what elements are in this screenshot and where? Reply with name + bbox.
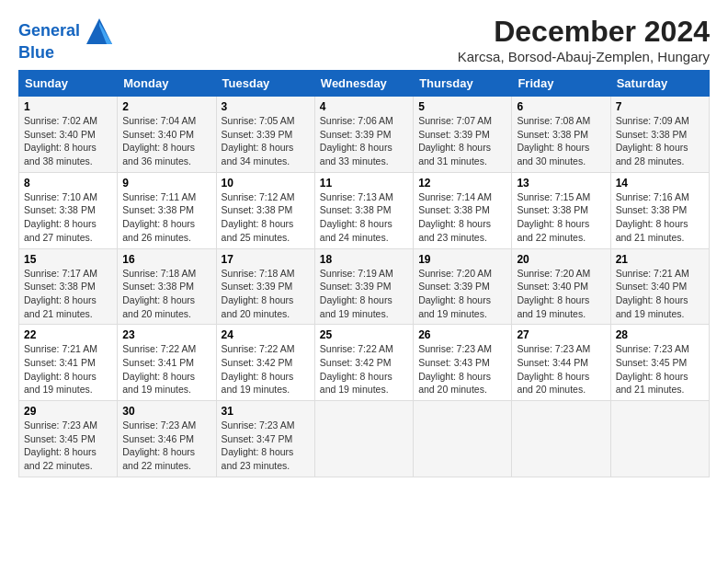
day-cell: 4Sunrise: 7:06 AMSunset: 3:39 PMDaylight… [314,97,413,173]
day-number: 10 [222,177,310,190]
day-info: Sunrise: 7:09 AMSunset: 3:38 PMDaylight:… [616,115,689,167]
col-thursday: Thursday [414,71,512,97]
day-number: 13 [517,177,605,190]
day-cell [414,401,512,477]
week-row-1: 1Sunrise: 7:02 AMSunset: 3:40 PMDaylight… [19,97,710,173]
day-info: Sunrise: 7:21 AMSunset: 3:41 PMDaylight:… [24,343,97,395]
day-number: 14 [616,177,704,190]
day-cell: 31Sunrise: 7:23 AMSunset: 3:47 PMDayligh… [216,401,314,477]
day-cell: 20Sunrise: 7:20 AMSunset: 3:40 PMDayligh… [512,248,610,325]
day-cell [512,401,610,477]
day-cell: 30Sunrise: 7:23 AMSunset: 3:46 PMDayligh… [118,401,216,477]
day-info: Sunrise: 7:10 AMSunset: 3:38 PMDaylight:… [24,191,97,243]
day-info: Sunrise: 7:12 AMSunset: 3:38 PMDaylight:… [222,191,295,243]
day-info: Sunrise: 7:22 AMSunset: 3:42 PMDaylight:… [222,343,295,395]
day-number: 17 [222,253,310,266]
calendar-title: December 2024 [458,15,710,49]
day-cell: 19Sunrise: 7:20 AMSunset: 3:39 PMDayligh… [414,248,512,325]
day-info: Sunrise: 7:21 AMSunset: 3:40 PMDaylight:… [616,268,689,319]
day-number: 28 [616,328,704,341]
header-row: Sunday Monday Tuesday Wednesday Thursday… [19,71,710,97]
day-cell: 10Sunrise: 7:12 AMSunset: 3:38 PMDayligh… [216,172,314,248]
day-number: 7 [616,100,704,113]
day-number: 12 [418,177,506,190]
day-info: Sunrise: 7:06 AMSunset: 3:39 PMDaylight:… [320,115,393,167]
day-info: Sunrise: 7:11 AMSunset: 3:38 PMDaylight:… [122,191,196,243]
day-number: 2 [122,100,210,113]
day-cell: 11Sunrise: 7:13 AMSunset: 3:38 PMDayligh… [314,172,413,248]
week-row-4: 22Sunrise: 7:21 AMSunset: 3:41 PMDayligh… [19,325,710,401]
day-cell: 5Sunrise: 7:07 AMSunset: 3:39 PMDaylight… [414,97,512,173]
day-info: Sunrise: 7:23 AMSunset: 3:43 PMDaylight:… [418,343,492,395]
week-row-5: 29Sunrise: 7:23 AMSunset: 3:45 PMDayligh… [19,401,710,477]
day-info: Sunrise: 7:20 AMSunset: 3:40 PMDaylight:… [517,268,590,319]
day-info: Sunrise: 7:22 AMSunset: 3:41 PMDaylight:… [122,343,196,395]
day-info: Sunrise: 7:08 AMSunset: 3:38 PMDaylight:… [517,115,590,167]
day-info: Sunrise: 7:23 AMSunset: 3:47 PMDaylight:… [222,419,295,471]
day-info: Sunrise: 7:19 AMSunset: 3:39 PMDaylight:… [320,268,393,319]
day-cell: 22Sunrise: 7:21 AMSunset: 3:41 PMDayligh… [19,325,118,401]
day-cell: 18Sunrise: 7:19 AMSunset: 3:39 PMDayligh… [314,248,413,325]
calendar-page: General Blue December 2024 Karcsa, Borso… [0,0,728,563]
day-number: 23 [122,328,210,341]
day-number: 5 [418,100,506,113]
day-info: Sunrise: 7:23 AMSunset: 3:44 PMDaylight:… [517,343,590,395]
col-monday: Monday [118,71,216,97]
day-number: 16 [122,253,210,266]
col-sunday: Sunday [19,71,118,97]
day-cell: 13Sunrise: 7:15 AMSunset: 3:38 PMDayligh… [512,172,610,248]
day-number: 30 [122,405,210,418]
day-cell: 27Sunrise: 7:23 AMSunset: 3:44 PMDayligh… [512,325,610,401]
day-number: 9 [122,177,210,190]
day-cell: 3Sunrise: 7:05 AMSunset: 3:39 PMDaylight… [216,97,314,173]
col-friday: Friday [512,71,610,97]
week-row-2: 8Sunrise: 7:10 AMSunset: 3:38 PMDaylight… [19,172,710,248]
col-saturday: Saturday [610,71,709,97]
day-cell: 17Sunrise: 7:18 AMSunset: 3:39 PMDayligh… [216,248,314,325]
day-cell: 23Sunrise: 7:22 AMSunset: 3:41 PMDayligh… [118,325,216,401]
day-number: 24 [222,328,310,341]
day-number: 6 [517,100,605,113]
day-cell [610,401,709,477]
day-cell: 29Sunrise: 7:23 AMSunset: 3:45 PMDayligh… [19,401,118,477]
day-cell: 12Sunrise: 7:14 AMSunset: 3:38 PMDayligh… [414,172,512,248]
day-info: Sunrise: 7:20 AMSunset: 3:39 PMDaylight:… [418,268,492,319]
day-number: 11 [320,177,408,190]
day-number: 3 [222,100,310,113]
day-info: Sunrise: 7:18 AMSunset: 3:38 PMDaylight:… [122,268,196,319]
day-cell: 26Sunrise: 7:23 AMSunset: 3:43 PMDayligh… [414,325,512,401]
day-cell: 24Sunrise: 7:22 AMSunset: 3:42 PMDayligh… [216,325,314,401]
logo-text2: Blue [18,44,112,63]
day-info: Sunrise: 7:23 AMSunset: 3:46 PMDaylight:… [122,419,196,471]
day-info: Sunrise: 7:17 AMSunset: 3:38 PMDaylight:… [24,268,97,319]
day-cell: 8Sunrise: 7:10 AMSunset: 3:38 PMDaylight… [19,172,118,248]
day-cell: 15Sunrise: 7:17 AMSunset: 3:38 PMDayligh… [19,248,118,325]
day-number: 4 [320,100,408,113]
title-block: December 2024 Karcsa, Borsod-Abauj-Zempl… [458,15,710,64]
col-tuesday: Tuesday [216,71,314,97]
day-cell: 14Sunrise: 7:16 AMSunset: 3:38 PMDayligh… [610,172,709,248]
day-number: 1 [24,100,112,113]
day-number: 18 [320,253,408,266]
day-info: Sunrise: 7:23 AMSunset: 3:45 PMDaylight:… [24,419,97,471]
day-cell: 28Sunrise: 7:23 AMSunset: 3:45 PMDayligh… [610,325,709,401]
day-number: 29 [24,405,112,418]
day-number: 20 [517,253,605,266]
calendar-table: Sunday Monday Tuesday Wednesday Thursday… [18,70,710,477]
day-info: Sunrise: 7:18 AMSunset: 3:39 PMDaylight:… [222,268,295,319]
day-info: Sunrise: 7:23 AMSunset: 3:45 PMDaylight:… [616,343,689,395]
day-cell: 21Sunrise: 7:21 AMSunset: 3:40 PMDayligh… [610,248,709,325]
logo: General Blue [18,18,112,63]
col-wednesday: Wednesday [314,71,413,97]
day-number: 26 [418,328,506,341]
day-number: 15 [24,253,112,266]
day-info: Sunrise: 7:02 AMSunset: 3:40 PMDaylight:… [24,115,97,167]
day-info: Sunrise: 7:04 AMSunset: 3:40 PMDaylight:… [122,115,196,167]
day-number: 22 [24,328,112,341]
logo-text: General [18,18,112,44]
day-cell: 16Sunrise: 7:18 AMSunset: 3:38 PMDayligh… [118,248,216,325]
day-info: Sunrise: 7:13 AMSunset: 3:38 PMDaylight:… [320,191,393,243]
calendar-subtitle: Karcsa, Borsod-Abauj-Zemplen, Hungary [458,49,710,64]
day-cell [314,401,413,477]
day-info: Sunrise: 7:14 AMSunset: 3:38 PMDaylight:… [418,191,492,243]
